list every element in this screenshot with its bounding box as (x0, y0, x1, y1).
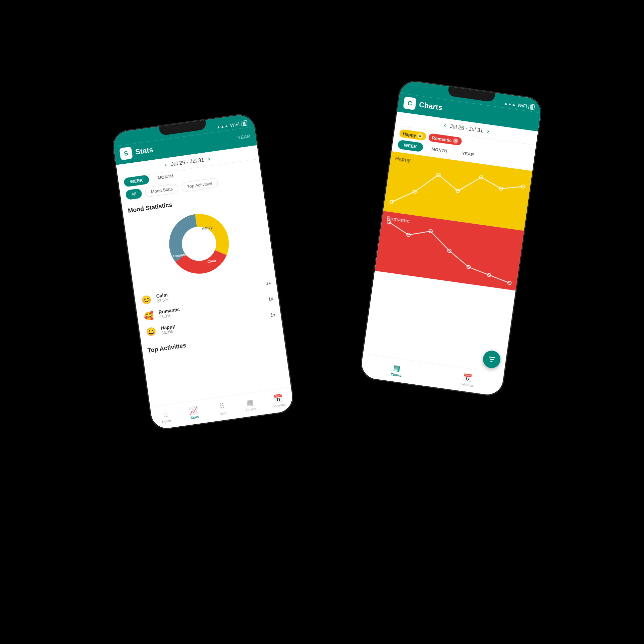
nav-stats[interactable]: 📈 Stats (178, 399, 210, 426)
charts-icon-2: ▦ (393, 363, 401, 373)
bottom-nav-1: ⌂ Home 📈 Stats ⠿ Dots ▦ Charts (150, 387, 294, 430)
charts-label-1: Charts (246, 407, 256, 412)
home-icon: ⌂ (163, 410, 168, 419)
scene: ▲▲▲ WiFi ▓ S Stats YEAR ‹ Jul 25 - Jul 3… (121, 87, 523, 557)
calendar-icon-1: 📅 (273, 394, 283, 404)
year-label[interactable]: YEAR (237, 133, 251, 141)
phone2-charts: ▲▲▲ WiFi ▓ C Charts ‹ Jul 25 - Jul 31 › (359, 78, 543, 397)
dots-label: Dots (219, 411, 226, 416)
phone1-stats: ▲▲▲ WiFi ▓ S Stats YEAR ‹ Jul 25 - Jul 3… (110, 112, 295, 431)
calm-count: 1x (266, 280, 271, 286)
calendar-label-2: Calendar (460, 382, 474, 388)
happy-tag-label: Happy (402, 131, 416, 138)
next-arrow-2[interactable]: › (487, 128, 490, 135)
home-label: Home (162, 419, 171, 424)
nav-calendar-1[interactable]: 📅 Calendar (263, 387, 294, 414)
romantic-tag-label: Romantic (432, 135, 452, 143)
chip-all[interactable]: All (125, 188, 143, 200)
happy-emoji: 😀 (144, 325, 158, 339)
charts-icon-1: ▦ (246, 398, 254, 408)
prev-arrow-2[interactable]: ‹ (443, 122, 446, 129)
date-range-2: Jul 25 - Jul 31 (449, 123, 483, 134)
mood-tag-romantic[interactable]: Romantic ✕ (428, 133, 462, 146)
svg-point-6 (390, 200, 394, 204)
mood-tag-happy[interactable]: Happy ✕ (399, 129, 426, 141)
stats-label: Stats (191, 415, 199, 420)
romantic-emoji: 🥰 (142, 309, 156, 323)
nav-calendar-2[interactable]: 📅 Calendar (430, 364, 504, 396)
prev-arrow-1[interactable]: ‹ (164, 161, 167, 169)
calm-emoji: 😊 (140, 293, 154, 307)
nav-dots[interactable]: ⠿ Dots (207, 395, 238, 422)
stats-app-icon: S (119, 147, 133, 160)
romantic-count: 1x (268, 296, 273, 302)
calendar-icon-2: 📅 (462, 373, 472, 383)
happy-tag-close[interactable]: ✕ (417, 133, 423, 139)
date-range-1: Jul 25 - Jul 31 (170, 157, 204, 167)
nav-charts-2[interactable]: ▦ Charts (360, 354, 434, 387)
dots-icon: ⠿ (219, 402, 225, 411)
charts-app-icon: C (403, 97, 417, 110)
next-arrow-1[interactable]: › (208, 155, 211, 163)
stats-icon: 📈 (189, 406, 199, 416)
happy-count: 1x (270, 312, 276, 318)
charts-label-2: Charts (390, 372, 401, 377)
nav-home[interactable]: ⌂ Home (150, 403, 182, 430)
romantic-tag-close[interactable]: ✕ (452, 138, 459, 144)
fab-filter-button[interactable] (482, 350, 502, 369)
nav-charts-1[interactable]: ▦ Charts (235, 391, 266, 418)
bottom-nav-2: ▦ Charts 📅 Calendar (360, 354, 504, 396)
